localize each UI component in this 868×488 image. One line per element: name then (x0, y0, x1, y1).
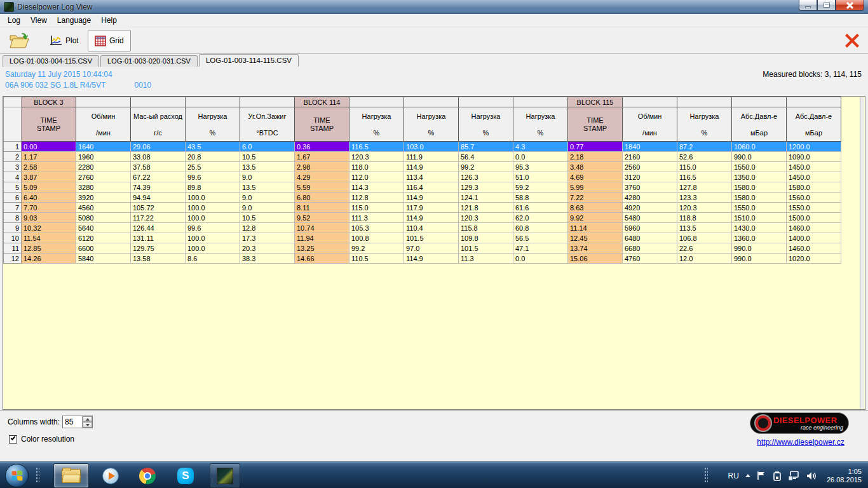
grid-cell[interactable]: 74.39 (131, 182, 186, 193)
grid-cell[interactable]: 0.0 (513, 152, 568, 162)
menu-item-view[interactable]: View (25, 14, 52, 27)
grid-cell[interactable]: 112.8 (349, 193, 404, 203)
grid-cell[interactable]: 25.5 (186, 162, 240, 172)
grid-cell[interactable]: 115.8 (459, 223, 513, 233)
grid-cell[interactable]: 20.3 (240, 243, 295, 254)
grid-cell[interactable]: 129.75 (131, 243, 186, 254)
grid-cell[interactable]: 0.36 (295, 142, 349, 152)
grid-cell[interactable]: 1460.0 (787, 243, 841, 254)
grid-cell[interactable]: 10.32 (22, 223, 76, 233)
grid-cell[interactable]: 6480 (623, 233, 677, 243)
minimize-button[interactable] (799, 0, 817, 11)
grid-cell[interactable]: 1580.0 (732, 182, 787, 193)
grid-cell[interactable]: 114.3 (349, 182, 404, 193)
taskbar-explorer-button[interactable] (53, 463, 89, 488)
grid-cell[interactable]: 7.70 (22, 203, 76, 213)
grid-cell[interactable]: 10.74 (295, 223, 349, 233)
grid-cell[interactable]: 4.3 (513, 142, 568, 152)
grid-cell[interactable]: 0.0 (513, 254, 568, 264)
grid-cell[interactable]: 2160 (623, 152, 677, 162)
grid-cell[interactable]: 100.0 (186, 193, 240, 203)
grid-cell[interactable]: 101.5 (459, 243, 513, 254)
maximize-button[interactable] (817, 0, 836, 11)
grid-cell[interactable]: 115.0 (349, 203, 404, 213)
grid-cell[interactable]: 1550.0 (787, 203, 841, 213)
row-number[interactable]: 1 (4, 142, 22, 152)
vertical-scrollbar[interactable] (860, 97, 864, 409)
grid-cell[interactable]: 6120 (76, 233, 131, 243)
grid-cell[interactable]: 117.22 (131, 213, 186, 223)
grid-cell[interactable]: 103.0 (404, 142, 459, 152)
menu-item-log[interactable]: Log (3, 14, 25, 27)
grid-cell[interactable]: 126.44 (131, 223, 186, 233)
taskbar-mediaplayer-button[interactable] (95, 463, 126, 488)
grid-cell[interactable]: 9.0 (240, 203, 295, 213)
grid-cell[interactable]: 117.9 (404, 203, 459, 213)
show-hidden-icons-button[interactable] (745, 474, 750, 477)
grid-cell[interactable]: 56.4 (459, 152, 513, 162)
taskbar-clock[interactable]: 1:05 26.08.2015 (827, 468, 862, 484)
grid-cell[interactable]: 1580.0 (732, 193, 787, 203)
grid-cell[interactable]: 3.87 (22, 172, 76, 182)
row-number[interactable]: 6 (4, 193, 22, 203)
grid-cell[interactable]: 5480 (623, 213, 677, 223)
grid-cell[interactable]: 89.8 (186, 182, 240, 193)
grid-cell[interactable]: 111.3 (349, 213, 404, 223)
grid-cell[interactable]: 1350.0 (732, 172, 787, 182)
grid-cell[interactable]: 87.2 (677, 142, 732, 152)
grid-cell[interactable]: 100.8 (349, 233, 404, 243)
grid-cell[interactable]: 13.5 (240, 182, 295, 193)
grid-cell[interactable]: 5840 (76, 254, 131, 264)
grid-cell[interactable]: 1510.0 (732, 213, 787, 223)
grid-cell[interactable]: 120.3 (459, 213, 513, 223)
grid-cell[interactable]: 100.0 (186, 213, 240, 223)
grid-cell[interactable]: 114.9 (404, 213, 459, 223)
grid-cell[interactable]: 1460.0 (787, 223, 841, 233)
close-file-button[interactable] (843, 31, 862, 50)
grid-cell[interactable]: 1560.0 (787, 193, 841, 203)
tab-log-01-003-004-115.csv[interactable]: LOG-01-003-004-115.CSV (3, 55, 99, 67)
grid-cell[interactable]: 12.45 (568, 233, 623, 243)
grid-cell[interactable]: 2.18 (568, 152, 623, 162)
row-number[interactable]: 12 (4, 254, 22, 264)
volume-icon[interactable] (806, 471, 817, 481)
grid-cell[interactable]: 13.5 (240, 162, 295, 172)
row-number[interactable]: 10 (4, 233, 22, 243)
grid-cell[interactable]: 3920 (76, 193, 131, 203)
grid-cell[interactable]: 0.00 (22, 142, 76, 152)
grid-cell[interactable]: 100.0 (186, 233, 240, 243)
battery-icon[interactable] (773, 471, 782, 481)
grid-cell[interactable]: 47.1 (513, 243, 568, 254)
row-number[interactable]: 2 (4, 152, 22, 162)
grid-cell[interactable]: 101.5 (404, 233, 459, 243)
row-number[interactable]: 11 (4, 243, 22, 254)
grid-cell[interactable]: 99.6 (186, 223, 240, 233)
grid-cell[interactable]: 114.9 (404, 254, 459, 264)
grid-cell[interactable]: 5960 (623, 223, 677, 233)
grid-cell[interactable]: 61.6 (513, 203, 568, 213)
row-number[interactable]: 5 (4, 182, 22, 193)
grid-cell[interactable]: 13.25 (295, 243, 349, 254)
grid-cell[interactable]: 3120 (623, 172, 677, 182)
grid-cell[interactable]: 4920 (623, 203, 677, 213)
grid-cell[interactable]: 1840 (623, 142, 677, 152)
grid-cell[interactable]: 60.8 (513, 223, 568, 233)
grid-cell[interactable]: 95.3 (513, 162, 568, 172)
grid-cell[interactable]: 6680 (623, 243, 677, 254)
grid-cell[interactable]: 1.17 (22, 152, 76, 162)
grid-cell[interactable]: 990.0 (732, 254, 787, 264)
tab-log-01-003-020-031.csv[interactable]: LOG-01-003-020-031.CSV (100, 55, 198, 67)
grid-cell[interactable]: 4.69 (568, 172, 623, 182)
columns-width-spinner[interactable]: 85 (62, 416, 93, 428)
grid-cell[interactable]: 6.40 (22, 193, 76, 203)
grid-cell[interactable]: 1580.0 (787, 182, 841, 193)
grid-cell[interactable]: 17.3 (240, 233, 295, 243)
grid-cell[interactable]: 116.4 (404, 182, 459, 193)
grid-button[interactable]: Grid (88, 30, 131, 51)
grid-cell[interactable]: 990.0 (732, 152, 787, 162)
grid-cell[interactable]: 3760 (623, 182, 677, 193)
grid-cell[interactable]: 6600 (76, 243, 131, 254)
grid-cell[interactable]: 5640 (76, 223, 131, 233)
grid-cell[interactable]: 115.0 (677, 162, 732, 172)
grid-cell[interactable]: 1200.0 (787, 142, 841, 152)
